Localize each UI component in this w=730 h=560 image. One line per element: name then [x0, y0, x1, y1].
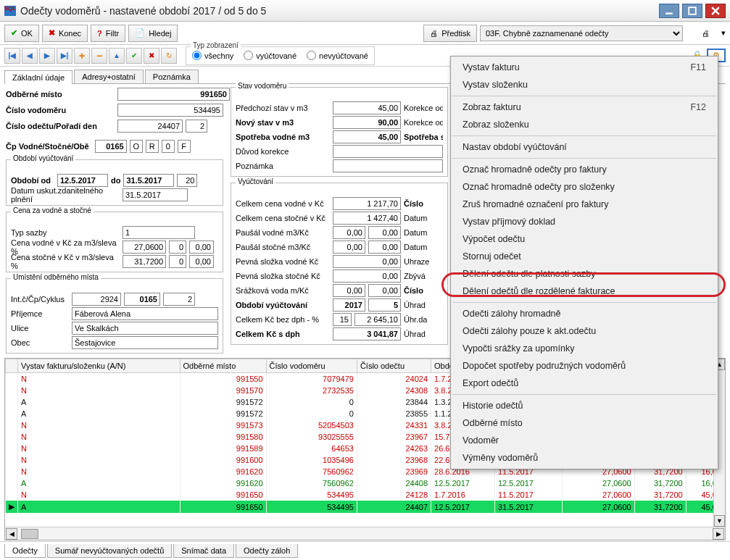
mi-vystav-slozenku[interactable]: Vystav složenku: [451, 76, 718, 93]
location-legend: Umístění odběrného místa: [11, 273, 101, 281]
obd-od-label: Období od: [11, 176, 54, 185]
cena-s-label: Cena stočné v Kč v m3/sleva %: [11, 253, 120, 270]
filtr-label: Filtr: [106, 29, 119, 38]
predtisk-button[interactable]: 🖨Předtisk: [423, 25, 477, 42]
minimize-button[interactable]: [659, 4, 679, 18]
dny-input[interactable]: [177, 174, 197, 187]
cena-s-input[interactable]: [123, 255, 166, 268]
filtr-button[interactable]: ?Filtr: [91, 25, 125, 42]
odb-misto-input[interactable]: [117, 88, 230, 101]
cis-vod-input[interactable]: [117, 104, 223, 117]
mi-zobraz-slozenku[interactable]: Zobraz složenku: [451, 116, 718, 133]
question-icon: ?: [97, 29, 102, 38]
mi-historie[interactable]: Historie odečtů: [451, 397, 718, 414]
mi-stornuj[interactable]: Stornuj odečet: [451, 248, 718, 265]
nav-next-button[interactable]: ▶: [39, 48, 55, 64]
mi-oznac-slozenky[interactable]: Označ hromadně odečty pro složenky: [451, 178, 718, 196]
r-box[interactable]: [146, 140, 159, 153]
cis-vod-label: Číslo vodoměru: [6, 106, 115, 114]
view-type-group: Typ zobrazení všechny vyúčtované nevyúčt…: [186, 46, 375, 65]
ok-button[interactable]: ✔OK: [4, 25, 39, 42]
nav-add-button[interactable]: +: [74, 48, 90, 64]
typ-sazby-input[interactable]: [123, 226, 195, 239]
obec-input[interactable]: [72, 336, 218, 349]
mi-vypocet[interactable]: Výpočet odečtu: [451, 230, 718, 248]
find-icon: 📄: [135, 28, 145, 38]
billing-group: Vyúčtování Celkem cena vodné v KčČíslo C…: [231, 183, 448, 345]
mi-zobraz-fakturu[interactable]: Zobraz fakturuF12: [451, 99, 718, 116]
mi-vystav-fakturu[interactable]: Vystav fakturuF11: [451, 59, 718, 76]
toolbar: ✔OK ✖Konec ?Filtr 📄Hledej 🖨Předtisk 03F.…: [0, 22, 730, 45]
close-button[interactable]: [705, 4, 726, 18]
konec-button[interactable]: ✖Konec: [42, 25, 88, 42]
ulice-label: Ulice: [11, 324, 69, 333]
nav-last-button[interactable]: ▶|: [57, 48, 72, 64]
mi-oznac-faktury[interactable]: Označ hromadně odečty pro faktury: [451, 161, 718, 178]
cis-ode-input[interactable]: [117, 120, 183, 133]
mi-vymeny[interactable]: Výměny vodoměrů: [451, 449, 718, 467]
obd-do-input[interactable]: [123, 174, 174, 187]
z-box[interactable]: [162, 140, 175, 153]
hledej-button[interactable]: 📄Hledej: [128, 25, 178, 42]
f-box[interactable]: [178, 140, 191, 153]
meter-state-group: Stav vodoměru Předchozí stav v m3Korekce…: [231, 87, 448, 177]
price-legend: Cena za vodné a stočné: [11, 206, 94, 214]
tab-addresses[interactable]: Adresy+ostatní: [74, 70, 144, 83]
cis-ode-label: Číslo odečtu/Pořadí den: [6, 122, 115, 130]
cena-v-input[interactable]: [123, 241, 166, 254]
nav-refresh-button[interactable]: ↻: [161, 48, 177, 64]
mi-nastav-obdobi[interactable]: Nastav období vyúčtování: [451, 138, 718, 156]
int-label: Int.č/Čp/Cyklus: [11, 295, 69, 304]
tab-basic[interactable]: Základní údaje: [4, 70, 72, 84]
cp-input[interactable]: [95, 140, 127, 153]
mi-zrus-oznaceni[interactable]: Zruš hromadné označení pro faktury: [451, 196, 718, 213]
predtisk-label: Předtisk: [441, 29, 470, 38]
nav-prev-button[interactable]: ◀: [22, 48, 38, 64]
btab-odecty[interactable]: Odečty: [4, 544, 46, 558]
maximize-button[interactable]: [682, 4, 702, 18]
bottom-tabs: Odečty Sumář nevyúčtovaných odečtů Sníma…: [0, 541, 730, 558]
print-icon[interactable]: 🖨: [702, 29, 710, 38]
radio-billed[interactable]: vyúčtované: [244, 51, 296, 60]
dat-zd-input[interactable]: [123, 188, 188, 201]
mi-dopocet[interactable]: Dopočet spotřeby podružných vodoměrů: [451, 357, 718, 375]
report-select[interactable]: 03F. Chybně zaznamenané odečty: [480, 25, 683, 41]
prijemce-input[interactable]: [72, 307, 218, 320]
radio-all[interactable]: všechny: [192, 51, 233, 60]
nav-edit-button[interactable]: ▲: [109, 48, 125, 64]
period-group: Období vyúčtování Období oddo Datum usku…: [6, 159, 223, 206]
por-input[interactable]: [186, 120, 207, 133]
obd-od-input[interactable]: [57, 174, 108, 187]
ulice-input[interactable]: [72, 322, 218, 335]
table-row[interactable]: ▶A9916505344952440712.5.201731.5.201727,…: [6, 501, 725, 513]
nav-first-button[interactable]: |◀: [4, 48, 20, 64]
nav-ok-button[interactable]: ✔: [126, 48, 142, 64]
dropdown-arrow-icon[interactable]: ▾: [721, 28, 726, 38]
btab-snimac[interactable]: Snímač data: [173, 544, 234, 558]
ok-label: OK: [21, 29, 33, 38]
mi-deleni-sazby[interactable]: Dělení odečtu dle platnosti sazby: [451, 265, 718, 283]
obec-label: Obec: [11, 338, 69, 347]
mi-vypocti-srazky[interactable]: Vypočti srážky za upomínky: [451, 340, 718, 357]
mi-odecti-hromadne[interactable]: Odečti zálohy hromadně: [451, 305, 718, 322]
tab-note[interactable]: Poznámka: [145, 70, 199, 83]
mi-vystav-prijmovy[interactable]: Vystav příjmový doklad: [451, 213, 718, 230]
titlebar: Odečty vodoměrů - nastavené období 2017 …: [0, 0, 730, 22]
mi-odberne-misto[interactable]: Odběrné místo: [451, 414, 718, 432]
radio-unbilled[interactable]: nevyúčtované: [307, 51, 368, 60]
o-box[interactable]: [130, 140, 143, 153]
table-row[interactable]: N991650534495241281.7.201611.5.201727,06…: [6, 489, 725, 501]
horizontal-scrollbar[interactable]: ◀▶: [5, 527, 725, 540]
mi-vodomer[interactable]: Vodoměr: [451, 432, 718, 449]
nav-cancel-button[interactable]: ✖: [144, 48, 159, 64]
btab-sumar[interactable]: Sumář nevyúčtovaných odečtů: [47, 544, 172, 558]
btab-zalohy[interactable]: Odečty záloh: [236, 544, 298, 558]
nav-del-button[interactable]: −: [91, 48, 107, 64]
mi-odecti-akt[interactable]: Odečti zálohy pouze k akt.odečtu: [451, 322, 718, 340]
printer-icon: 🖨: [430, 29, 438, 38]
table-row[interactable]: A99162075609622440812.5.201712.5.201727,…: [6, 477, 725, 489]
price-group: Cena za vodné a stočné Typ sazby Cena vo…: [6, 212, 223, 272]
mi-export[interactable]: Export odečtů: [451, 375, 718, 392]
prijemce-label: Příjemce: [11, 309, 69, 318]
mi-deleni-fakturace[interactable]: Dělení odečtů dle rozdělené fakturace: [451, 283, 718, 300]
